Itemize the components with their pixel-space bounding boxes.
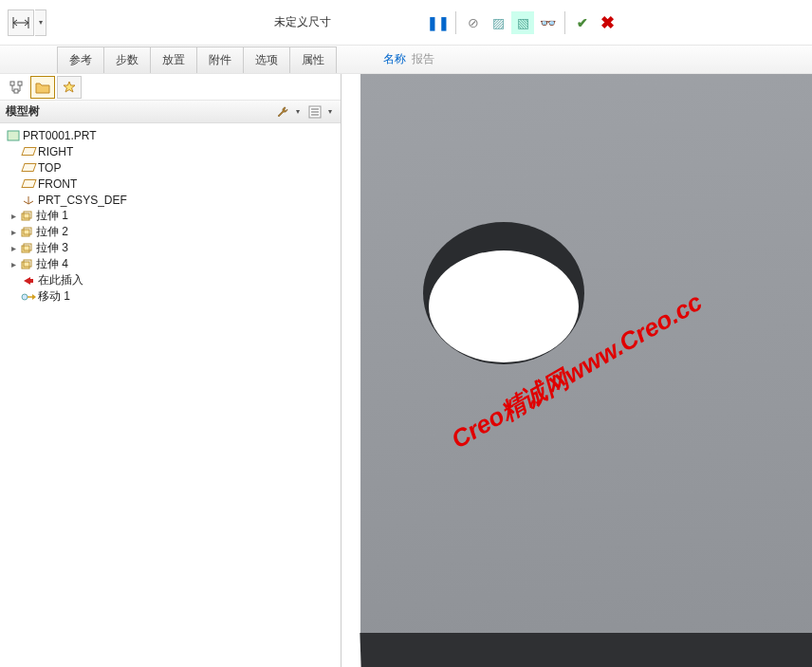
dimension-status-label: 未定义尺寸	[274, 14, 331, 30]
separator	[455, 11, 456, 34]
plane-label: TOP	[38, 161, 61, 175]
star-icon	[63, 81, 76, 94]
tree-extrude-2[interactable]: ▸ 拉伸 2	[2, 224, 339, 240]
tree-settings-button[interactable]	[272, 102, 293, 121]
tree-plane-top[interactable]: TOP	[2, 159, 339, 176]
svg-rect-15	[8, 131, 19, 140]
options-tabs-row: 参考 步数 放置 附件 选项 属性 名称 报告	[0, 46, 812, 74]
left-panel: 模型树 ▾ ▾ PRT0001.PRT RIGHT	[0, 74, 341, 667]
tree-view-icon	[9, 81, 23, 94]
datum-plane-icon	[21, 145, 36, 158]
hole-feature	[423, 222, 584, 364]
svg-rect-5	[14, 89, 18, 93]
tree-settings-dropdown[interactable]: ▾	[293, 107, 303, 116]
hole-through	[429, 250, 579, 362]
extrude-icon	[19, 242, 34, 255]
extrude-icon	[19, 210, 34, 223]
tab-options[interactable]: 选项	[243, 46, 290, 73]
tree-extrude-4[interactable]: ▸ 拉伸 4	[2, 256, 339, 272]
datum-plane-icon	[21, 161, 36, 175]
expand-icon[interactable]: ▸	[8, 243, 19, 253]
feature-controls-group: ❚❚ ⊘ ▨ ▧ 👓 ✔ ✖	[427, 11, 808, 34]
extrude-icon	[19, 258, 34, 271]
tab-properties[interactable]: 属性	[289, 46, 337, 73]
tree-title: 模型树	[6, 103, 40, 120]
tab-placement[interactable]: 放置	[150, 46, 197, 73]
datum-plane-icon	[21, 177, 36, 191]
tree-display-button[interactable]	[304, 102, 325, 121]
preview-icon-2[interactable]: ▧	[511, 11, 534, 34]
extrude-label: 拉伸 2	[36, 224, 68, 240]
tree-move-1[interactable]: 移动 1	[2, 288, 339, 305]
name-link[interactable]: 名称	[383, 51, 406, 67]
wrench-icon	[276, 105, 289, 119]
move-label: 移动 1	[38, 288, 70, 305]
svg-rect-23	[22, 246, 29, 252]
svg-point-28	[22, 294, 28, 300]
top-toolbar: ▾ 未定义尺寸 ❚❚ ⊘ ▨ ▧ 👓 ✔ ✖	[0, 0, 812, 46]
tree-extrude-1[interactable]: ▸ 拉伸 1	[2, 208, 339, 224]
svg-rect-4	[18, 82, 22, 85]
folder-icon	[35, 81, 50, 94]
glasses-icon[interactable]: 👓	[536, 11, 559, 34]
insert-label: 在此插入	[38, 272, 83, 288]
tree-display-dropdown[interactable]: ▾	[325, 107, 335, 116]
tree-csys[interactable]: PRT_CSYS_DEF	[2, 192, 339, 208]
forbid-icon[interactable]: ⊘	[462, 11, 485, 34]
tree-plane-right[interactable]: RIGHT	[2, 143, 339, 159]
csys-label: PRT_CSYS_DEF	[38, 194, 127, 207]
svg-rect-3	[10, 82, 14, 85]
viewport[interactable]: Creo精诚网www.Creo.cc	[341, 74, 812, 667]
expand-icon[interactable]: ▸	[8, 259, 19, 269]
nav-tab-tree[interactable]	[4, 76, 28, 99]
pause-icon[interactable]: ❚❚	[427, 11, 450, 34]
extrude-icon	[19, 226, 34, 239]
svg-line-17	[24, 201, 28, 204]
dimension-icon	[12, 17, 29, 28]
close-icon[interactable]: ✖	[596, 11, 618, 34]
extrude-label: 拉伸 1	[36, 208, 68, 224]
svg-marker-30	[32, 294, 36, 300]
dimension-button[interactable]	[8, 9, 34, 36]
link-group: 名称 报告	[383, 51, 434, 73]
dimension-tool-group: ▾	[8, 9, 46, 36]
dimension-dropdown[interactable]: ▾	[35, 9, 46, 36]
csys-icon	[21, 194, 36, 207]
extrude-label: 拉伸 3	[36, 240, 68, 256]
separator	[564, 11, 565, 34]
svg-marker-10	[64, 82, 75, 92]
extrude-label: 拉伸 4	[36, 256, 68, 272]
svg-line-18	[28, 201, 33, 204]
svg-rect-25	[22, 262, 29, 269]
nav-tab-folder[interactable]	[30, 76, 55, 99]
expand-icon[interactable]: ▸	[8, 211, 19, 221]
expand-icon[interactable]: ▸	[8, 227, 19, 237]
check-icon[interactable]: ✔	[571, 11, 594, 34]
svg-rect-21	[22, 230, 29, 236]
part-icon	[6, 129, 21, 142]
tree-insert-here[interactable]: 在此插入	[2, 272, 339, 288]
list-icon	[308, 105, 322, 119]
model-tree[interactable]: PRT0001.PRT RIGHT TOP FRONT PRT_CSYS_DEF	[0, 123, 341, 667]
tree-plane-front[interactable]: FRONT	[2, 176, 339, 192]
preview-icon-1[interactable]: ▨	[487, 11, 509, 34]
tree-root[interactable]: PRT0001.PRT	[2, 127, 339, 143]
tree-extrude-3[interactable]: ▸ 拉伸 3	[2, 240, 339, 256]
tab-attachment[interactable]: 附件	[196, 46, 244, 73]
svg-rect-19	[22, 213, 29, 220]
tree-root-label: PRT0001.PRT	[23, 129, 97, 142]
plane-label: RIGHT	[38, 145, 73, 158]
tab-steps[interactable]: 步数	[103, 46, 151, 73]
nav-tabs	[0, 74, 341, 101]
tree-header: 模型树 ▾ ▾	[0, 101, 341, 123]
tab-reference[interactable]: 参考	[57, 46, 104, 73]
report-link[interactable]: 报告	[412, 51, 434, 67]
move-icon	[21, 290, 36, 304]
solid-bottom-face	[360, 633, 812, 667]
insert-arrow-icon	[21, 274, 36, 287]
main-split: 模型树 ▾ ▾ PRT0001.PRT RIGHT	[0, 74, 812, 667]
svg-marker-27	[24, 277, 33, 285]
plane-label: FRONT	[38, 177, 77, 191]
nav-tab-favorites[interactable]	[57, 76, 82, 99]
